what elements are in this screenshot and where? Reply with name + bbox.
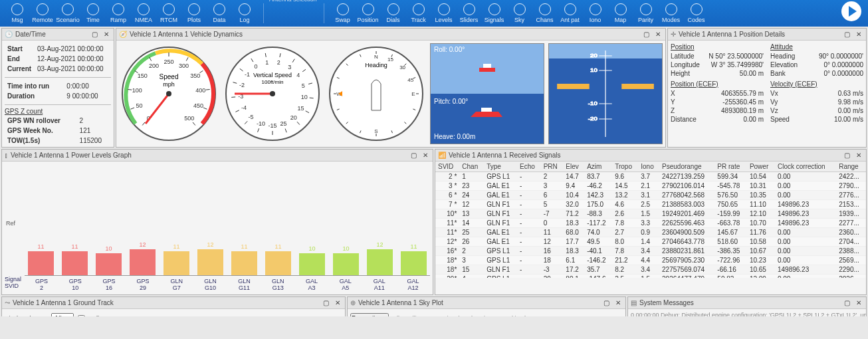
svg-text:N: N (374, 54, 378, 60)
maximize-button[interactable]: ▢ (842, 298, 851, 308)
table-row[interactable]: 2 *1GPS L1-214.783.79.63.724227139.25959… (435, 172, 866, 181)
signals-table: SVIDChanTypeEchoPRNElevAzimTropoIonoPseu… (435, 162, 866, 278)
ribbon-sky[interactable]: Sky (508, 3, 532, 23)
ribbon-map[interactable]: Map (609, 3, 633, 23)
ribbon-swap[interactable]: Swap (331, 3, 355, 23)
table-row[interactable]: 16*2GPS L1-1618.3-40.17.83.423880231.861… (435, 247, 866, 256)
collapse-groups-checkbox[interactable] (78, 315, 85, 317)
ribbon-ant pat[interactable]: Ant pat (558, 3, 582, 23)
ribbon-modes[interactable]: Modes (659, 3, 683, 23)
col-header[interactable]: Clock correction (775, 162, 836, 172)
table-row[interactable]: 10*13GLN F1--771.2-88.32.61.519249201.46… (435, 209, 866, 219)
col-header[interactable]: Type (484, 162, 517, 172)
col-header[interactable]: Chan (459, 162, 484, 172)
table-row[interactable]: 3 *23GAL E1-39.4-46.214.52.127902106.014… (435, 181, 866, 191)
col-header[interactable]: PRN (541, 162, 564, 172)
table-row[interactable]: 18*3GPS L1-186.1-146.221.24.425697905.23… (435, 256, 866, 265)
col-header[interactable]: SVID (435, 162, 459, 172)
maximize-button[interactable]: ▢ (842, 151, 851, 160)
table-row[interactable]: 29*4GPS L1-2980.1-147.62.51.520264477.47… (435, 275, 866, 279)
roll-pitch-pane: Roll: 0.00° Pitch: 0.00° Heave: 0.00m (430, 43, 544, 144)
position-details-panel: ✛ Vehicle 1 Antenna 1 Position Details ▢… (667, 28, 867, 148)
col-header[interactable]: PR rate (714, 162, 747, 172)
ribbon-log[interactable]: Log (233, 3, 257, 23)
svg-text:2: 2 (277, 59, 280, 66)
table-row[interactable]: 11*14GLN F1-018.3-117.27.83.322625596.46… (435, 219, 866, 228)
col-header[interactable]: Tropo (612, 162, 638, 172)
col-header[interactable]: Iono (638, 162, 659, 172)
close-button[interactable]: ✕ (653, 30, 663, 39)
signals-title: Vehicle 1 Antenna 1 Received Signals (449, 152, 560, 159)
power-bar: 10 (92, 245, 125, 275)
table-row[interactable]: 11*25GAL E1-1168.074.02.70.923604900.509… (435, 228, 866, 237)
ribbon-time[interactable]: Time (81, 3, 105, 23)
properties-button[interactable]: Properties... (350, 313, 389, 316)
gauge-icon: 🧭 (119, 31, 127, 38)
svg-text:-5: -5 (249, 114, 254, 120)
ribbon-data[interactable]: Data (207, 3, 231, 23)
col-header[interactable]: Range (836, 162, 866, 172)
ribbon-parity[interactable]: Parity (634, 3, 658, 23)
col-header[interactable]: Elev (563, 162, 584, 172)
svg-text:1: 1 (265, 59, 269, 66)
sky-desc: All satellite types, azimuth v elevation… (393, 315, 528, 316)
col-header[interactable]: Power (747, 162, 775, 172)
pos-title: Vehicle 1 Antenna 1 Position Details (679, 31, 785, 38)
maximize-button[interactable]: ▢ (321, 298, 330, 308)
close-button[interactable]: ✕ (854, 298, 863, 308)
col-header[interactable]: Azim (584, 162, 612, 172)
ribbon-position[interactable]: Position (356, 3, 380, 23)
ribbon-dials[interactable]: Dials (381, 3, 405, 23)
ribbon-iono[interactable]: Iono (584, 3, 607, 23)
ribbon-signals[interactable]: Signals (483, 3, 506, 23)
power-bar: 10 (330, 245, 362, 275)
ribbon-scenario[interactable]: Scenario (56, 3, 80, 23)
maximize-button[interactable]: ▢ (641, 30, 651, 39)
close-button[interactable]: ✕ (421, 151, 430, 160)
ribbon-codes[interactable]: Codes (685, 3, 708, 23)
svg-text:250: 250 (163, 58, 173, 65)
ribbon-sliders[interactable]: Sliders (457, 3, 481, 23)
dt-val: 9 00:00:00 (65, 92, 110, 100)
ribbon-plots[interactable]: Plots (182, 3, 206, 23)
ribbon-nmea[interactable]: NMEA (132, 3, 156, 23)
table-row[interactable]: 7 *12GLN F1-532.0175.04.62.521388583.003… (435, 200, 866, 209)
ribbon-msg[interactable]: Msg (5, 3, 29, 23)
svg-text:450: 450 (193, 102, 203, 109)
maximize-button[interactable]: ▢ (409, 151, 418, 160)
close-button[interactable]: ✕ (102, 30, 111, 39)
table-row[interactable]: 18*15GLN F1--317.235.78.23.422757569.074… (435, 265, 866, 275)
ribbon-remote[interactable]: Remote (31, 3, 54, 23)
dt-val: 03-Aug-2021 00:00:00 (36, 45, 110, 53)
power-bar-label: GPS10 (58, 275, 92, 292)
close-button[interactable]: ✕ (854, 30, 863, 39)
power-bar: 10 (296, 245, 328, 275)
svg-text:-2: -2 (239, 82, 245, 88)
close-button[interactable]: ✕ (854, 151, 863, 160)
play-button[interactable] (841, 1, 861, 21)
svg-text:3: 3 (288, 64, 291, 70)
ribbon-track[interactable]: Track (407, 3, 431, 23)
ribbon-rtcm[interactable]: RTCM (157, 3, 181, 23)
svg-text:20: 20 (290, 114, 297, 121)
ribbon-ramp[interactable]: Ramp (106, 3, 130, 23)
close-button[interactable]: ✕ (333, 298, 342, 308)
svg-text:-1: -1 (245, 71, 250, 78)
close-button[interactable]: ✕ (613, 298, 623, 308)
ribbon-chans[interactable]: Chans (533, 3, 557, 23)
ribbon-levels[interactable]: Levels (432, 3, 456, 23)
gps-zcount-link[interactable]: GPS Z count (5, 108, 111, 115)
maximize-button[interactable]: ▢ (842, 30, 851, 39)
maximize-button[interactable]: ▢ (601, 298, 611, 308)
col-header[interactable]: Echo (517, 162, 541, 172)
displayed-types-select[interactable]: All (51, 313, 74, 316)
svg-text:20: 20 (590, 53, 597, 58)
svg-marker-105 (557, 84, 590, 89)
playback-controls (841, 1, 861, 21)
svg-text:200: 200 (149, 62, 159, 69)
maximize-button[interactable]: ▢ (90, 30, 99, 39)
svg-text:S: S (374, 128, 378, 134)
col-header[interactable]: Pseudorange (659, 162, 714, 172)
table-row[interactable]: 6 *24GAL E1-610.4142.313.23.127768042.56… (435, 191, 866, 200)
table-row[interactable]: 12*26GAL E1-1217.749.58.01.427046643.778… (435, 237, 866, 247)
